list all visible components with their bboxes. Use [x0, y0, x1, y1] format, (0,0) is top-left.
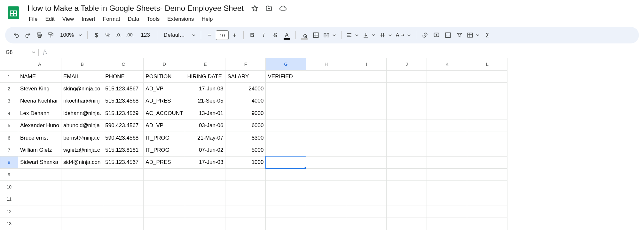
cell-F3[interactable]: 4000: [225, 95, 266, 107]
fill-color-button[interactable]: [299, 30, 310, 41]
row-header-1[interactable]: 1: [0, 70, 18, 82]
cell-G7[interactable]: [266, 144, 306, 156]
cell-G6[interactable]: [266, 132, 306, 144]
insert-chart-button[interactable]: [443, 30, 453, 41]
cell-G2[interactable]: [266, 83, 306, 95]
cell-E9[interactable]: [185, 169, 225, 181]
cell-A13[interactable]: [18, 218, 61, 230]
cell-C10[interactable]: [103, 181, 144, 193]
row-header-7[interactable]: 7: [0, 144, 18, 156]
cell-A5[interactable]: Alexander Huno: [18, 119, 61, 132]
cell-G1[interactable]: VERIFIED: [266, 70, 306, 82]
cell-J13[interactable]: [387, 218, 427, 230]
cell-F9[interactable]: [225, 169, 266, 181]
cell-L3[interactable]: [467, 95, 507, 107]
move-icon[interactable]: [265, 4, 273, 12]
cell-H1[interactable]: [306, 70, 346, 82]
cell-B6[interactable]: bernst@ninja.c: [61, 132, 103, 144]
text-rotation-dropdown[interactable]: A: [395, 32, 413, 38]
italic-button[interactable]: I: [258, 30, 269, 41]
cell-H6[interactable]: [306, 132, 346, 144]
strikethrough-button[interactable]: S: [270, 30, 281, 41]
cell-C11[interactable]: [103, 193, 144, 205]
cell-K5[interactable]: [427, 119, 467, 132]
row-header-5[interactable]: 5: [0, 119, 18, 132]
cell-K7[interactable]: [427, 144, 467, 156]
cell-B12[interactable]: [61, 205, 103, 218]
cell-J8[interactable]: [387, 156, 427, 168]
cell-E2[interactable]: 17-Jun-03: [185, 83, 225, 95]
cell-E13[interactable]: [185, 218, 225, 230]
percent-button[interactable]: %: [102, 30, 113, 41]
cell-J4[interactable]: [387, 107, 427, 119]
cell-A9[interactable]: [18, 169, 61, 181]
cell-E5[interactable]: 03-Jan-06: [185, 119, 225, 132]
col-header-G[interactable]: G: [266, 58, 306, 70]
cloud-status-icon[interactable]: [279, 4, 287, 12]
spreadsheet-grid[interactable]: ABCDEFGHIJKL1NAMEEMAILPHONEPOSITIONHIRIN…: [0, 58, 507, 230]
cell-B8[interactable]: sid4@ninja.con: [61, 156, 103, 168]
cell-L2[interactable]: [467, 83, 507, 95]
cell-E10[interactable]: [185, 181, 225, 193]
cell-B3[interactable]: nkochhar@ninj: [61, 95, 103, 107]
row-header-2[interactable]: 2: [0, 83, 18, 95]
cell-D4[interactable]: AC_ACCOUNT: [144, 107, 185, 119]
cell-G5[interactable]: [266, 119, 306, 132]
cell-C8[interactable]: 515.123.4567: [103, 156, 144, 168]
cell-I1[interactable]: [346, 70, 387, 82]
cell-C7[interactable]: 515.123.8181: [103, 144, 144, 156]
cell-G12[interactable]: [266, 205, 306, 218]
doc-title[interactable]: How to Make a Table in Google Sheets- De…: [26, 3, 246, 13]
cell-A8[interactable]: Sidwart Shanka: [18, 156, 61, 168]
cell-I7[interactable]: [346, 144, 387, 156]
cell-C9[interactable]: [103, 169, 144, 181]
cell-K13[interactable]: [427, 218, 467, 230]
decrease-decimal-button[interactable]: .0←: [114, 30, 125, 41]
cell-A1[interactable]: NAME: [18, 70, 61, 82]
col-header-H[interactable]: H: [306, 58, 346, 70]
cell-K3[interactable]: [427, 95, 467, 107]
borders-button[interactable]: [310, 30, 321, 41]
cell-K1[interactable]: [427, 70, 467, 82]
currency-button[interactable]: $: [91, 30, 102, 41]
cell-A10[interactable]: [18, 181, 61, 193]
font-family-dropdown[interactable]: Defaul…: [161, 32, 198, 38]
cell-I3[interactable]: [346, 95, 387, 107]
cell-I2[interactable]: [346, 83, 387, 95]
cell-H3[interactable]: [306, 95, 346, 107]
cell-C2[interactable]: 515.123.4567: [103, 83, 144, 95]
cell-H5[interactable]: [306, 119, 346, 132]
cell-B5[interactable]: ahunold@ninja: [61, 119, 103, 132]
menu-extensions[interactable]: Extensions: [164, 15, 197, 24]
cell-B11[interactable]: [61, 193, 103, 205]
col-header-J[interactable]: J: [387, 58, 427, 70]
cell-C5[interactable]: 590.423.4567: [103, 119, 144, 132]
cell-C12[interactable]: [103, 205, 144, 218]
col-header-B[interactable]: B: [61, 58, 103, 70]
cell-K11[interactable]: [427, 193, 467, 205]
cell-A4[interactable]: Lex Dehann: [18, 107, 61, 119]
create-filter-button[interactable]: [454, 30, 465, 41]
cell-B9[interactable]: [61, 169, 103, 181]
cell-A11[interactable]: [18, 193, 61, 205]
col-header-I[interactable]: I: [346, 58, 387, 70]
cell-B4[interactable]: ldehann@ninja.: [61, 107, 103, 119]
cell-A3[interactable]: Neena Kochhar: [18, 95, 61, 107]
cell-J10[interactable]: [387, 181, 427, 193]
menu-view[interactable]: View: [59, 15, 77, 24]
cell-L4[interactable]: [467, 107, 507, 119]
col-header-C[interactable]: C: [103, 58, 144, 70]
cell-I12[interactable]: [346, 205, 387, 218]
cell-E1[interactable]: HIRING DATE: [185, 70, 225, 82]
cell-F10[interactable]: [225, 181, 266, 193]
menu-tools[interactable]: Tools: [144, 15, 163, 24]
cell-G9[interactable]: [266, 169, 306, 181]
row-header-9[interactable]: 9: [0, 169, 18, 181]
cell-H13[interactable]: [306, 218, 346, 230]
print-button[interactable]: [34, 30, 45, 41]
cell-L12[interactable]: [467, 205, 507, 218]
cell-E11[interactable]: [185, 193, 225, 205]
cell-C6[interactable]: 590.423.4568: [103, 132, 144, 144]
bold-button[interactable]: B: [247, 30, 258, 41]
cell-L5[interactable]: [467, 119, 507, 132]
